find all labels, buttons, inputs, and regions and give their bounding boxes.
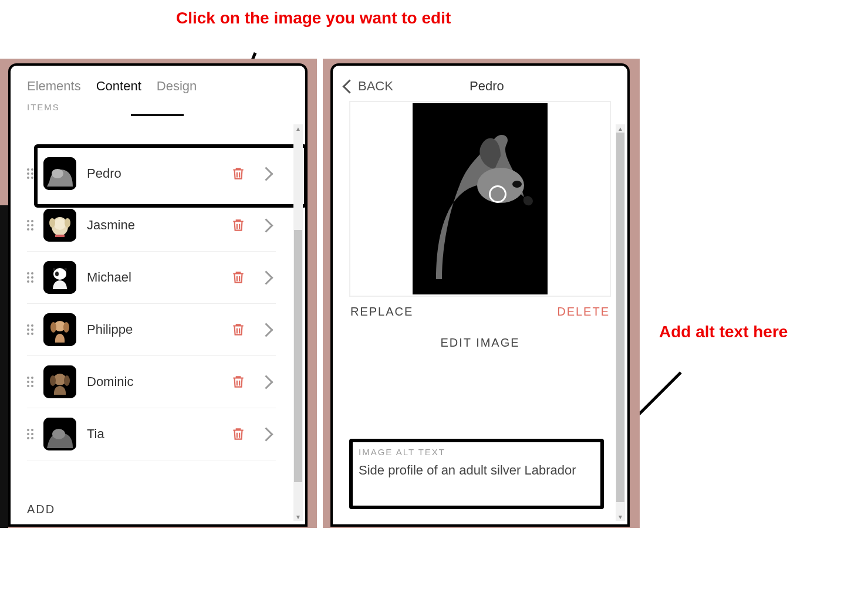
- drag-handle-icon[interactable]: [27, 377, 35, 387]
- items-section-header: ITEMS: [11, 97, 305, 114]
- tab-elements[interactable]: Elements: [27, 79, 81, 94]
- scrollbar[interactable]: ▲ ▼: [293, 124, 303, 521]
- item-thumbnail: [43, 209, 76, 242]
- gallery-frame-peek-left: [0, 205, 8, 528]
- alt-text-section-label: IMAGE ALT TEXT: [359, 447, 595, 457]
- svg-point-22: [52, 429, 65, 439]
- detail-header: BACK Pedro: [333, 66, 627, 101]
- alt-text-highlight-box: IMAGE ALT TEXT Side profile of an adult …: [349, 439, 604, 509]
- chevron-left-icon[interactable]: [342, 79, 356, 93]
- trash-icon[interactable]: [231, 374, 246, 389]
- editor-tabs: Elements Content Design: [11, 66, 305, 97]
- item-image: [413, 103, 548, 294]
- scrollbar-thumb[interactable]: [616, 133, 624, 502]
- focal-point-icon[interactable]: [489, 185, 506, 203]
- alt-text-input[interactable]: Side profile of an adult silver Labrador: [359, 463, 595, 478]
- svg-point-12: [55, 272, 59, 276]
- item-name-label: Philippe: [87, 322, 231, 337]
- active-tab-underline: [131, 114, 184, 116]
- chevron-right-icon[interactable]: [259, 323, 273, 337]
- items-scroll-area: Pedro Jasmine Michael Philippe: [11, 148, 292, 489]
- svg-point-19: [50, 375, 56, 386]
- replace-image-button[interactable]: REPLACE: [350, 305, 413, 318]
- item-thumbnail: [43, 157, 76, 190]
- item-thumbnail: [43, 418, 76, 450]
- svg-point-7: [49, 218, 55, 228]
- svg-point-3: [52, 169, 63, 178]
- add-item-button[interactable]: ADD: [27, 503, 55, 516]
- drag-handle-icon[interactable]: [27, 220, 35, 231]
- chevron-right-icon[interactable]: [259, 218, 273, 232]
- chevron-right-icon[interactable]: [259, 375, 273, 389]
- tab-design[interactable]: Design: [157, 79, 197, 94]
- list-item[interactable]: Pedro: [27, 148, 276, 199]
- item-name-label: Michael: [87, 270, 231, 285]
- item-thumbnail: [43, 365, 76, 398]
- item-detail-panel: BACK Pedro REPLACE DELETE EDIT IMAGE IMA…: [330, 63, 630, 527]
- chevron-right-icon[interactable]: [259, 167, 273, 181]
- scrollbar-thumb[interactable]: [294, 230, 302, 482]
- svg-point-20: [64, 375, 70, 386]
- drag-handle-icon[interactable]: [27, 324, 35, 335]
- list-item[interactable]: Dominic: [27, 356, 276, 408]
- edit-image-button[interactable]: EDIT IMAGE: [333, 336, 627, 350]
- trash-icon[interactable]: [231, 322, 246, 337]
- list-item[interactable]: Jasmine: [27, 199, 276, 252]
- svg-point-25: [512, 181, 522, 188]
- trash-icon[interactable]: [231, 218, 246, 233]
- detail-title: Pedro: [393, 79, 580, 94]
- item-name-label: Dominic: [87, 374, 231, 389]
- item-thumbnail: [43, 261, 76, 294]
- tab-content[interactable]: Content: [96, 79, 141, 94]
- list-item[interactable]: Michael: [27, 252, 276, 304]
- chevron-right-icon[interactable]: [259, 270, 273, 284]
- scrollbar[interactable]: ▲ ▼: [616, 124, 625, 521]
- trash-icon[interactable]: [231, 166, 246, 181]
- back-button[interactable]: BACK: [358, 79, 393, 94]
- delete-image-button[interactable]: DELETE: [557, 305, 610, 318]
- item-thumbnail: [43, 313, 76, 346]
- svg-point-8: [65, 218, 70, 228]
- scroll-up-icon[interactable]: ▲: [293, 124, 303, 133]
- annotation-text-2: Add alt text here: [659, 323, 812, 341]
- item-name-label: Tia: [87, 426, 231, 442]
- drag-handle-icon[interactable]: [27, 429, 35, 439]
- trash-icon[interactable]: [231, 270, 246, 285]
- scroll-down-icon[interactable]: ▼: [293, 513, 303, 521]
- image-preview[interactable]: [349, 101, 611, 297]
- annotation-text-1: Click on the image you want to edit: [176, 9, 505, 28]
- items-list-panel: Elements Content Design ITEMS Pedro Jasm…: [8, 63, 308, 527]
- svg-rect-9: [55, 235, 65, 237]
- scroll-up-icon[interactable]: ▲: [616, 124, 625, 133]
- svg-point-15: [50, 322, 56, 333]
- item-name-label: Pedro: [87, 166, 231, 181]
- svg-point-16: [63, 322, 69, 333]
- item-name-label: Jasmine: [87, 218, 231, 233]
- drag-handle-icon[interactable]: [27, 168, 35, 179]
- list-item[interactable]: Tia: [27, 408, 276, 460]
- list-item[interactable]: Philippe: [27, 304, 276, 356]
- chevron-right-icon[interactable]: [259, 427, 273, 441]
- svg-point-6: [54, 218, 66, 230]
- scroll-down-icon[interactable]: ▼: [616, 513, 625, 521]
- trash-icon[interactable]: [231, 426, 246, 442]
- drag-handle-icon[interactable]: [27, 272, 35, 283]
